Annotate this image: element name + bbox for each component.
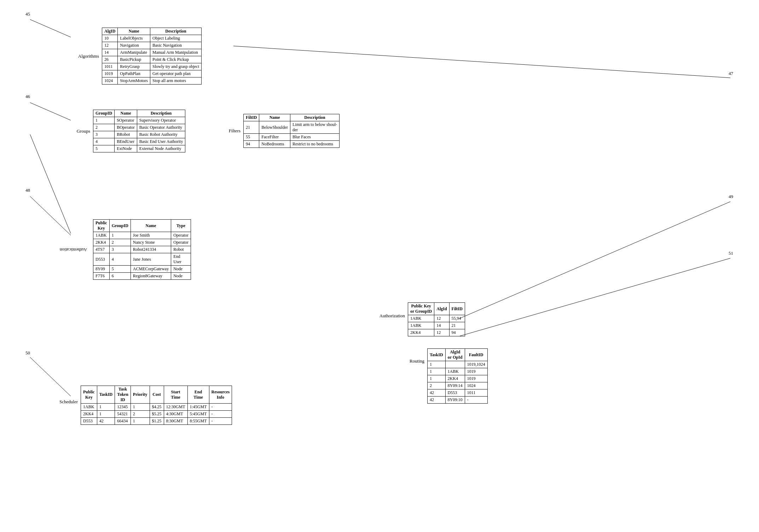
- table-row: 4BEndUserBasic End User Authority: [93, 138, 185, 145]
- authentication-table: Authentication PublicKey GroupID Name Ty…: [57, 219, 191, 280]
- authz-header-algid: AlgId: [434, 303, 449, 315]
- routing-table: Routing TaskID AlgIdor OpId FaultID 1101…: [403, 348, 488, 404]
- table-row: D55342664341$1.258:30GMT8:55GMT-: [81, 418, 232, 425]
- sched-header-start: StartTime: [164, 386, 187, 404]
- groups-label: Groups: [71, 128, 90, 134]
- groups-table: Groups GroupID Name Description 1SOperat…: [71, 110, 185, 152]
- grp-header-name: Name: [115, 110, 137, 117]
- table-row: 428Y09:10-: [428, 397, 488, 404]
- table-row: 1ABK1123451$4.2512:30GMT1:45GMT-: [81, 404, 232, 411]
- sched-header-cost: Cost: [150, 386, 164, 404]
- label-45: 45: [25, 11, 30, 17]
- grp-header-desc: Description: [137, 110, 185, 117]
- scheduler-label: Scheduler: [55, 386, 78, 405]
- table-row: 11ABK1019: [428, 368, 488, 375]
- table-row: 2KK41294: [408, 329, 465, 336]
- sched-header-resources: ResourcesInfo: [209, 386, 232, 404]
- table-row: 2BOperatorBasic Operator Authority: [93, 124, 185, 131]
- table-row: 12NavigationBasic Navigation: [102, 42, 202, 49]
- table-row: 94NoBedroomsRestrict to no bedrooms: [244, 141, 340, 148]
- authorization-data-table: Public Keyor GroupID AlgId FiltID 1ABK12…: [408, 302, 465, 336]
- table-row: 10LabelObjectsObject Labeling: [102, 35, 202, 42]
- table-row: 1011RetryGraspSlowly try and grasp objec…: [102, 63, 202, 70]
- table-row: 55FaceFilterBlur Faces: [244, 134, 340, 141]
- table-row: F7T66Region8GatewayNode: [93, 273, 191, 280]
- routing-data-table: TaskID AlgIdor OpId FaultID 11019,1024 1…: [427, 348, 488, 404]
- algorithms-label: Algorithms: [71, 53, 99, 59]
- label-51: 51: [729, 250, 733, 256]
- table-row: 4TS73Robot241334Robot: [93, 246, 191, 253]
- diagram: 45 46 47 48 49 50 51 Algorithms AlgID Na…: [0, 0, 759, 532]
- table-row: 1ABK1Joe SmithOperator: [93, 232, 191, 239]
- scheduler-table: Scheduler PublicKey TaskID TaskTokenID P…: [55, 386, 232, 425]
- scheduler-data-table: PublicKey TaskID TaskTokenID Priority Co…: [81, 386, 232, 425]
- sched-header-priority: Priority: [131, 386, 150, 404]
- filters-data-table: FiltID Name Description 21BelowShoulderL…: [243, 114, 340, 148]
- table-row: 28Y09:141024: [428, 382, 488, 389]
- auth-header-gid: GroupID: [109, 220, 131, 232]
- table-row: 1024StopArmMotorsStop all arm motors: [102, 77, 202, 85]
- table-row: 1ABK1255,94: [408, 315, 465, 322]
- svg-line-0: [30, 19, 71, 37]
- table-row: 21BelowShoulderLimit arm to below shoul-…: [244, 121, 340, 134]
- grp-header-id: GroupID: [93, 110, 115, 117]
- authentication-label: Authentication: [57, 221, 90, 278]
- svg-line-5: [460, 202, 730, 318]
- label-47: 47: [729, 71, 733, 76]
- table-row: 12KK41019: [428, 375, 488, 382]
- filters-label: Filters: [223, 128, 241, 134]
- sched-header-pk: PublicKey: [81, 386, 97, 404]
- table-row: 2KK41543212$5.254:30GMT5:45GMT-: [81, 411, 232, 418]
- table-row: 14ArmManipulateManual Arm Manipulation: [102, 49, 202, 56]
- label-48: 48: [25, 187, 30, 193]
- svg-line-2: [30, 134, 71, 233]
- filt-header-desc: Description: [290, 114, 340, 121]
- groups-data-table: GroupID Name Description 1SOperatorSuper…: [93, 110, 185, 152]
- auth-header-pk: PublicKey: [93, 220, 110, 232]
- routing-label: Routing: [403, 348, 424, 364]
- authz-header-filtid: FiltID: [449, 303, 465, 315]
- alg-header-desc: Description: [150, 28, 202, 35]
- table-row: 8Y095ACMECorpGatewayNode: [93, 266, 191, 273]
- sched-header-taskid: TaskID: [97, 386, 115, 404]
- table-row: D5534Jane JonesEndUser: [93, 253, 191, 266]
- auth-header-name: Name: [131, 220, 171, 232]
- routing-header-faultid: FaultID: [465, 349, 487, 361]
- sched-header-token: TaskTokenID: [115, 386, 131, 404]
- filt-header-name: Name: [259, 114, 290, 121]
- authorization-table: Authorization Public Keyor GroupID AlgId…: [375, 302, 465, 336]
- label-46: 46: [25, 94, 30, 99]
- label-50: 50: [25, 350, 30, 356]
- alg-header-name: Name: [118, 28, 150, 35]
- svg-line-3: [233, 46, 730, 78]
- svg-line-1: [30, 103, 71, 120]
- algorithms-data-table: AlgID Name Description 10LabelObjectsObj…: [102, 28, 202, 85]
- sched-header-end: EndTime: [187, 386, 209, 404]
- routing-header-algid: AlgIdor OpId: [445, 349, 465, 361]
- table-row: 26BasicPickupPoint & Click Pickup: [102, 56, 202, 63]
- routing-header-taskid: TaskID: [428, 349, 446, 361]
- table-row: 2KK42Nancy StoneOperator: [93, 239, 191, 246]
- algorithms-table: Algorithms AlgID Name Description 10Labe…: [71, 28, 202, 85]
- authz-header-pk: Public Keyor GroupID: [408, 303, 434, 315]
- table-row: 1ABK1421: [408, 322, 465, 329]
- authentication-data-table: PublicKey GroupID Name Type 1ABK1Joe Smi…: [93, 219, 191, 280]
- alg-header-algid: AlgID: [102, 28, 118, 35]
- table-row: 11019,1024: [428, 361, 488, 368]
- label-49: 49: [729, 194, 733, 200]
- table-row: 1SOperatorSupervisory Operator: [93, 117, 185, 124]
- svg-line-7: [460, 258, 730, 336]
- table-row: 5ExtNodeExternal Node Authority: [93, 145, 185, 152]
- filters-table: Filters FiltID Name Description 21BelowS…: [223, 114, 340, 148]
- table-row: 3BRobotBasic Robot Authority: [93, 131, 185, 138]
- filt-header-id: FiltID: [244, 114, 259, 121]
- table-row: 42D5531011: [428, 389, 488, 397]
- table-row: 1019OpPathPlanGet operator path plan: [102, 70, 202, 77]
- auth-header-type: Type: [171, 220, 191, 232]
- authorization-label: Authorization: [375, 302, 405, 319]
